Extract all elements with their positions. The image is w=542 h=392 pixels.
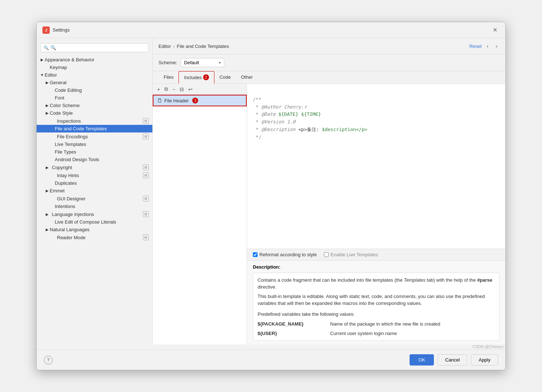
template-list: + ⧉ − ⊟ ↩ 🗒 File Header 3	[153, 84, 247, 344]
tab-code[interactable]: Code	[214, 72, 236, 83]
sidebar-item-intentions[interactable]: Intentions	[37, 203, 152, 210]
tab-other[interactable]: Other	[236, 72, 258, 83]
chevron-icon: ▶	[45, 212, 50, 216]
sidebar-item-color-scheme[interactable]: ▶ Color Scheme	[37, 102, 152, 109]
tab-includes-badge: 2	[203, 74, 209, 80]
main-content: Editor › File and Code Templates Reset ‹…	[153, 38, 505, 344]
desc-text-part1-end: tab) with the help of the	[426, 277, 477, 283]
ok-button[interactable]: OK	[410, 354, 434, 366]
sidebar-item-label: Inspections	[57, 118, 81, 124]
sidebar-item-label: Reader Mode	[57, 235, 86, 240]
sidebar-item-label: Live Edit of Compose Literals	[55, 219, 152, 225]
tab-includes-label: Includes	[184, 75, 201, 80]
cancel-button[interactable]: Cancel	[438, 354, 467, 366]
sidebar-item-reader-mode[interactable]: Reader Mode ⊟	[37, 233, 152, 241]
chevron-icon: ▼	[40, 73, 45, 77]
sidebar-item-file-encodings[interactable]: File Encodings ⊟	[37, 132, 152, 140]
description-text2: This built-in template is editable. Alon…	[258, 293, 495, 307]
sidebar-item-copyright[interactable]: ▶ Copyright ⊟	[37, 163, 152, 171]
live-templates-label: Enable Live Templates	[330, 252, 378, 257]
apply-button[interactable]: Apply	[471, 354, 498, 366]
breadcrumb-parent: Editor	[159, 44, 171, 49]
var-name-2: ${USER}	[258, 330, 323, 337]
close-button[interactable]: ✕	[490, 26, 500, 34]
search-input[interactable]	[50, 45, 145, 50]
reformat-checkbox[interactable]	[253, 252, 258, 257]
sidebar-item-keymap[interactable]: Keymap	[37, 64, 152, 71]
reset-button[interactable]: Reset	[469, 44, 482, 49]
sidebar-item-label: Code Style	[50, 110, 152, 116]
sidebar-tree: ▶ Appearance & Behavior Keymap ▼ Editor …	[37, 56, 152, 241]
template-item-file-header[interactable]: 🗒 File Header 3	[153, 95, 247, 106]
sidebar-item-label: File Encodings	[57, 134, 88, 139]
sidebar-item-inspections[interactable]: Inspections ⊟	[37, 117, 152, 125]
tabs-bar: Files Includes 2 Code Other	[153, 71, 505, 84]
sidebar-item-appearance[interactable]: ▶ Appearance & Behavior	[37, 56, 152, 64]
sidebar-item-code-style[interactable]: ▶ Code Style	[37, 109, 152, 117]
tab-files[interactable]: Files	[159, 72, 178, 83]
description-box: Contains a code fragment that can be inc…	[253, 273, 500, 341]
search-box[interactable]: 🔍	[40, 43, 149, 52]
forward-button[interactable]: ›	[493, 42, 500, 50]
sidebar-item-label: Emmet	[50, 188, 152, 193]
title-bar-left: J Settings	[42, 26, 70, 34]
add-template-button[interactable]: +	[156, 86, 161, 93]
sidebar-item-live-templates[interactable]: Live Templates	[37, 140, 152, 148]
sidebar-item-duplicates[interactable]: Duplicates	[37, 179, 152, 187]
dialog-footer-wrap: CSDN @Chenry.r ? OK Cancel Apply	[37, 344, 505, 370]
sidebar-item-live-edit[interactable]: Live Edit of Compose Literals	[37, 218, 152, 226]
sidebar-item-label: Natural Languages	[50, 227, 152, 232]
scheme-select-wrap: Default Project	[181, 58, 224, 67]
sidebar-item-gui-designer[interactable]: GUI Designer ⊟	[37, 195, 152, 203]
scheme-select[interactable]: Default Project	[181, 58, 224, 67]
sidebar-item-android-design-tools[interactable]: Android Design Tools	[37, 156, 152, 163]
chevron-icon: ▶	[45, 228, 50, 232]
live-templates-option[interactable]: Enable Live Templates	[324, 252, 378, 257]
code-editor[interactable]: /** * @Author Chenry.r * @Date ${DATE} $…	[247, 84, 505, 249]
sidebar-item-code-editing[interactable]: Code Editing	[37, 86, 152, 94]
live-templates-checkbox[interactable]	[324, 252, 329, 257]
template-item-badge: 3	[192, 98, 198, 103]
template-item-label: File Header	[164, 98, 189, 103]
sidebar-item-label: Keymap	[50, 65, 152, 70]
copy-template-button[interactable]: ⧉	[163, 85, 169, 93]
sidebar-item-label: Duplicates	[55, 180, 152, 186]
back-button[interactable]: ‹	[485, 42, 491, 50]
sidebar-item-natural-languages[interactable]: ▶ Natural Languages	[37, 226, 152, 233]
sidebar-badge: ⊟	[143, 172, 149, 178]
title-bar: J Settings ✕	[37, 22, 505, 38]
sidebar-item-editor[interactable]: ▼ Editor	[37, 71, 152, 79]
sidebar-item-general[interactable]: ▶ General	[37, 79, 152, 86]
sidebar-item-label: File Types	[55, 149, 152, 155]
sidebar-item-inlay-hints[interactable]: Inlay Hints ⊟	[37, 171, 152, 179]
sidebar-item-label: General	[50, 80, 152, 85]
sidebar-item-emmet[interactable]: ▶ Emmet	[37, 187, 152, 195]
remove-template-button[interactable]: −	[171, 86, 177, 93]
reset-template-button[interactable]: ⊟	[178, 86, 185, 93]
template-toolbar: + ⧉ − ⊟ ↩	[153, 84, 247, 95]
sidebar-item-label: GUI Designer	[57, 196, 86, 201]
header-actions: Reset ‹ ›	[469, 42, 500, 50]
tab-includes[interactable]: Includes 2	[178, 71, 214, 84]
var-desc-1: Name of the package in which the new fil…	[330, 320, 440, 328]
sidebar-item-label: Appearance & Behavior	[45, 57, 152, 62]
chevron-icon: ▶	[40, 58, 45, 62]
search-icon: 🔍	[44, 45, 49, 50]
options-row: Reformat according to style Enable Live …	[247, 249, 505, 260]
help-button[interactable]: ?	[44, 356, 53, 364]
undo-template-button[interactable]: ↩	[187, 86, 194, 93]
sidebar-badge: ⊟	[143, 211, 149, 217]
sidebar-item-file-and-code-templates[interactable]: File and Code Templates	[37, 125, 152, 132]
dialog-footer: ? OK Cancel Apply	[37, 350, 505, 370]
sidebar-item-language-injections[interactable]: ▶ Language Injections ⊟	[37, 210, 152, 218]
reformat-option[interactable]: Reformat according to style	[253, 252, 317, 257]
predefined-label: Predefined variables take the following …	[258, 311, 495, 318]
sidebar-item-label: Copyright	[52, 165, 72, 170]
sidebar: 🔍 ▶ Appearance & Behavior Keymap ▼ Edito…	[37, 38, 153, 344]
chevron-icon: ▶	[45, 189, 50, 193]
description-text1: Contains a code fragment that can be inc…	[258, 277, 495, 291]
sidebar-item-font[interactable]: Font	[37, 94, 152, 102]
sidebar-item-file-types[interactable]: File Types	[37, 148, 152, 156]
sidebar-badge: ⊟	[143, 118, 149, 124]
sidebar-item-label: Inlay Hints	[57, 173, 79, 178]
